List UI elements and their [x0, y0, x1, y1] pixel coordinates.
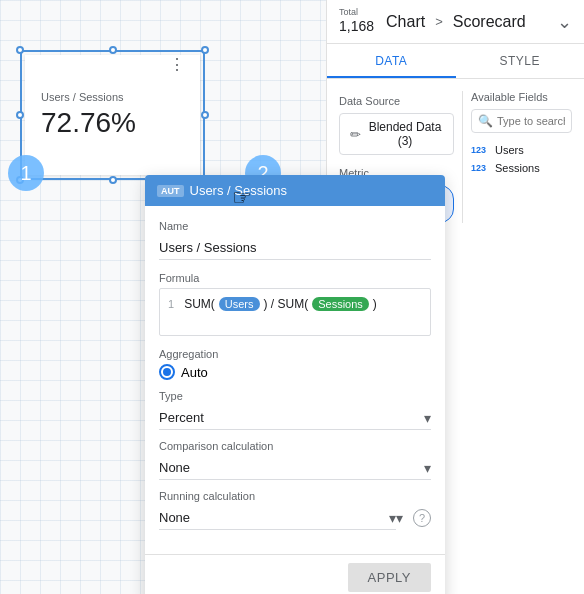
aggregation-auto-radio[interactable]: Auto: [159, 364, 431, 380]
running-label: Running calculation: [159, 490, 431, 502]
total-label: Total: [339, 8, 374, 17]
comparison-dropdown[interactable]: None: [159, 456, 431, 480]
aggregation-section: Aggregation Auto: [159, 348, 431, 380]
field-sessions-type: 123: [471, 163, 491, 173]
field-users-name: Users: [495, 144, 524, 156]
type-dropdown[interactable]: Percent: [159, 406, 431, 430]
panel-header: Total 1,168 Chart > Scorecard ⌄: [327, 0, 584, 44]
annotation-1: 1: [8, 155, 44, 191]
type-field: Type Percent: [159, 390, 431, 430]
resize-handle-bm[interactable]: [109, 176, 117, 184]
resize-handle-tr[interactable]: [201, 46, 209, 54]
field-sessions[interactable]: 123 Sessions: [471, 159, 572, 177]
tab-style[interactable]: STYLE: [456, 44, 585, 78]
comparison-field: Comparison calculation None: [159, 440, 431, 480]
field-sessions-name: Sessions: [495, 162, 540, 174]
formula-prefix: SUM(: [184, 297, 215, 311]
name-field-input[interactable]: [159, 236, 431, 260]
formula-div: ) / SUM(: [264, 297, 309, 311]
comparison-label: Comparison calculation: [159, 440, 431, 452]
running-dropdown[interactable]: None: [159, 506, 396, 530]
formula-line: 1 SUM( Users ) / SUM( Sessions ): [168, 297, 422, 311]
radio-circle: [159, 364, 175, 380]
comparison-dropdown-wrapper: None: [159, 456, 431, 480]
radio-inner: [163, 368, 171, 376]
breadcrumb-chart[interactable]: Chart: [386, 13, 425, 31]
aggregation-label: Aggregation: [159, 348, 431, 360]
data-source-value: Blended Data (3): [367, 120, 443, 148]
search-box[interactable]: 🔍: [471, 109, 572, 133]
running-inner-wrapper: None: [159, 506, 396, 530]
data-source-button[interactable]: ✏ Blended Data (3): [339, 113, 454, 155]
metric-editor-body: Name Formula 1 SUM( Users ) / SUM( Sessi…: [145, 206, 445, 554]
field-users[interactable]: 123 Users: [471, 141, 572, 159]
aggregation-auto-label: Auto: [181, 365, 208, 380]
resize-handle-ml[interactable]: [16, 111, 24, 119]
total-block: Total 1,168: [339, 8, 374, 35]
resize-handle-tm[interactable]: [109, 46, 117, 54]
editor-header-label: Users / Sessions: [190, 183, 288, 198]
resize-handle-mr[interactable]: [201, 111, 209, 119]
total-value: 1,168: [339, 17, 374, 35]
metric-editor-panel: AUT Users / Sessions Name Formula 1 SUM(…: [145, 175, 445, 594]
formula-sessions-chip[interactable]: Sessions: [312, 297, 369, 311]
formula-box[interactable]: 1 SUM( Users ) / SUM( Sessions ): [159, 288, 431, 336]
apply-button[interactable]: APPLY: [348, 563, 431, 592]
metric-editor-header: AUT Users / Sessions: [145, 175, 445, 206]
breadcrumb-separator: >: [435, 14, 443, 29]
running-field: Running calculation None ▾ ?: [159, 490, 431, 530]
formula-line-num: 1: [168, 298, 174, 310]
field-users-type: 123: [471, 145, 491, 155]
running-dropdown-arrow: ▾: [396, 510, 403, 526]
collapse-icon[interactable]: ⌄: [557, 11, 572, 33]
search-icon: 🔍: [478, 114, 493, 128]
resize-handle-tl[interactable]: [16, 46, 24, 54]
scorecard-label: Users / Sessions: [41, 91, 184, 103]
right-col: Available Fields 🔍 123 Users 123 Session…: [462, 91, 572, 223]
available-fields-label: Available Fields: [471, 91, 572, 103]
data-source-label: Data Source: [339, 95, 454, 107]
formula-users-chip[interactable]: Users: [219, 297, 260, 311]
tab-data[interactable]: DATA: [327, 44, 456, 78]
formula-close: ): [373, 297, 377, 311]
metric-editor-footer: APPLY: [145, 554, 445, 594]
type-dropdown-wrapper: Percent: [159, 406, 431, 430]
editor-header-type: AUT: [157, 185, 184, 197]
running-dropdown-wrapper: None ▾ ?: [159, 506, 431, 530]
more-options-icon[interactable]: ⋮: [169, 55, 185, 74]
breadcrumb-current: Scorecard: [453, 13, 526, 31]
panel-tabs: DATA STYLE: [327, 44, 584, 79]
formula-field-label: Formula: [159, 272, 431, 284]
pencil-icon: ✏: [350, 127, 361, 142]
name-field-label: Name: [159, 220, 431, 232]
scorecard-value: 72.76%: [41, 107, 184, 139]
search-input[interactable]: [497, 115, 565, 127]
type-label: Type: [159, 390, 431, 402]
help-icon[interactable]: ?: [413, 509, 431, 527]
